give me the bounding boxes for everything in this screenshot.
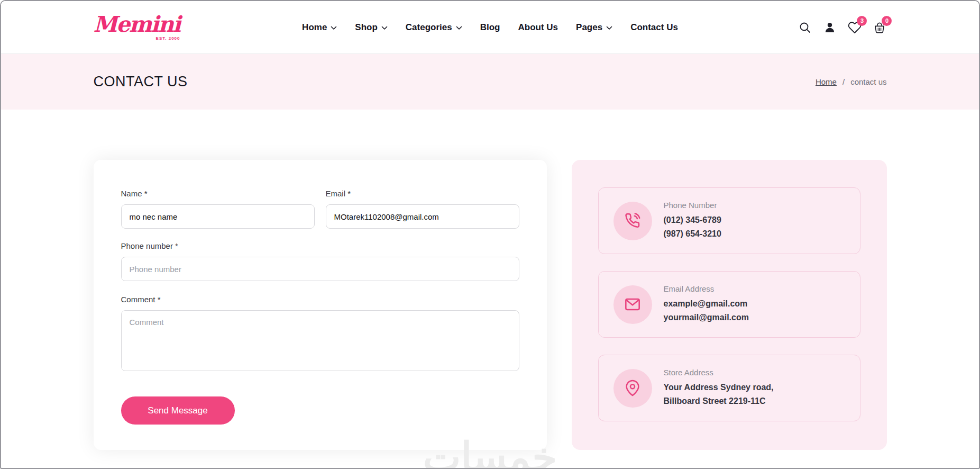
nav-item-blog[interactable]: Blog (480, 22, 500, 33)
name-field-group: Name * (121, 189, 315, 229)
account-icon[interactable] (823, 21, 837, 34)
info-line: yourmail@gmail.com (664, 311, 749, 324)
chevron-down-icon (606, 26, 612, 30)
main-nav: Home Shop Categories (302, 22, 678, 33)
cart-basket-icon[interactable]: 0 (873, 21, 886, 34)
nav-item-shop[interactable]: Shop (355, 22, 388, 33)
phone-field-group: Phone number * (121, 241, 519, 281)
nav-item-home[interactable]: Home (302, 22, 337, 33)
contact-info-panel: Phone Number (012) 345-6789 (987) 654-32… (572, 160, 887, 450)
brand-tagline: EST. 2000 (156, 37, 180, 41)
info-line: (012) 345-6789 (664, 213, 721, 227)
search-icon[interactable] (798, 21, 812, 34)
email-field-group: Email * (326, 189, 519, 229)
site-header: Memini EST. 2000 Home Shop Categ (1, 1, 979, 54)
name-label: Name * (121, 189, 315, 198)
wishlist-count-badge: 3 (857, 16, 867, 26)
comment-field-group: Comment * (121, 295, 519, 371)
nav-item-categories[interactable]: Categories (406, 22, 462, 33)
info-line: Billboard Street 2219-11C (664, 394, 774, 408)
brand-name: Memini (94, 14, 184, 35)
info-title: Email Address (664, 284, 749, 293)
email-label: Email * (326, 189, 519, 198)
envelope-icon (613, 285, 652, 324)
info-title: Store Address (664, 368, 774, 377)
phone-input[interactable] (121, 257, 519, 281)
info-card-phone: Phone Number (012) 345-6789 (987) 654-32… (598, 187, 860, 254)
phone-label: Phone number * (121, 241, 519, 250)
chevron-down-icon (381, 26, 388, 30)
breadcrumb-separator: / (842, 77, 845, 86)
main-content: Name * Email * Phone number * Comment * (1, 110, 979, 469)
comment-label: Comment * (121, 295, 519, 304)
cart-count-badge: 0 (882, 16, 892, 26)
page-title: CONTACT US (94, 74, 188, 90)
header-icons: 3 0 (796, 21, 886, 34)
info-card-address: Store Address Your Address Sydney road, … (598, 355, 860, 421)
chevron-down-icon (331, 26, 337, 30)
nav-item-pages[interactable]: Pages (576, 22, 612, 33)
breadcrumb: Home / contact us (816, 77, 887, 86)
info-title: Phone Number (664, 201, 721, 210)
chevron-down-icon (456, 26, 462, 30)
nav-item-about-us[interactable]: About Us (518, 22, 558, 33)
send-message-button[interactable]: Send Message (121, 396, 235, 425)
breadcrumb-home-link[interactable]: Home (816, 77, 837, 86)
wishlist-heart-icon[interactable]: 3 (848, 21, 862, 34)
info-line: (987) 654-3210 (664, 227, 721, 241)
breadcrumb-current: contact us (850, 77, 886, 86)
info-card-email: Email Address example@gmail.com yourmail… (598, 271, 860, 338)
nav-item-contact-us[interactable]: Contact Us (630, 22, 678, 33)
brand-logo[interactable]: Memini EST. 2000 (94, 14, 184, 41)
contact-form-card: Name * Email * Phone number * Comment * (94, 160, 547, 450)
name-input[interactable] (121, 204, 315, 229)
info-line: example@gmail.com (664, 297, 749, 311)
comment-textarea[interactable] (121, 310, 519, 371)
browser-viewport: Memini EST. 2000 Home Shop Categ (0, 0, 980, 469)
info-line: Your Address Sydney road, (664, 381, 774, 394)
phone-icon (613, 202, 652, 240)
page-header-band: CONTACT US Home / contact us (1, 54, 979, 110)
email-input[interactable] (326, 204, 519, 229)
map-pin-icon (613, 369, 652, 408)
